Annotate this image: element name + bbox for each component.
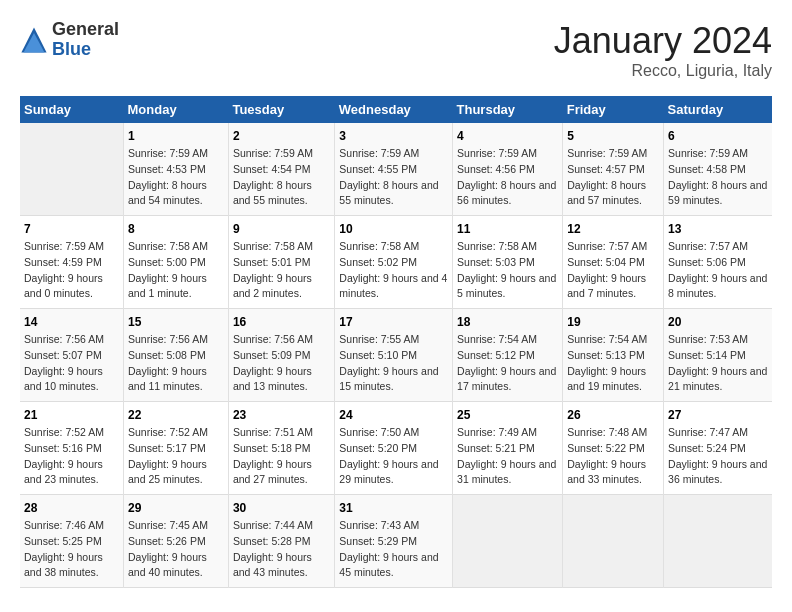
day-info: Sunrise: 7:43 AMSunset: 5:29 PMDaylight:…	[339, 518, 448, 581]
logo-text: General Blue	[52, 20, 119, 60]
day-number: 3	[339, 129, 448, 143]
calendar-cell: 25Sunrise: 7:49 AMSunset: 5:21 PMDayligh…	[453, 402, 563, 495]
week-row-1: 1Sunrise: 7:59 AMSunset: 4:53 PMDaylight…	[20, 123, 772, 216]
logo-icon	[20, 26, 48, 54]
day-info: Sunrise: 7:59 AMSunset: 4:55 PMDaylight:…	[339, 146, 448, 209]
column-header-friday: Friday	[563, 96, 664, 123]
day-number: 8	[128, 222, 224, 236]
calendar-cell: 10Sunrise: 7:58 AMSunset: 5:02 PMDayligh…	[335, 216, 453, 309]
calendar-cell: 2Sunrise: 7:59 AMSunset: 4:54 PMDaylight…	[228, 123, 334, 216]
logo-blue: Blue	[52, 40, 119, 60]
calendar-cell: 11Sunrise: 7:58 AMSunset: 5:03 PMDayligh…	[453, 216, 563, 309]
calendar-cell: 29Sunrise: 7:45 AMSunset: 5:26 PMDayligh…	[124, 495, 229, 588]
day-info: Sunrise: 7:56 AMSunset: 5:07 PMDaylight:…	[24, 332, 119, 395]
day-info: Sunrise: 7:45 AMSunset: 5:26 PMDaylight:…	[128, 518, 224, 581]
day-info: Sunrise: 7:53 AMSunset: 5:14 PMDaylight:…	[668, 332, 768, 395]
column-header-thursday: Thursday	[453, 96, 563, 123]
column-header-wednesday: Wednesday	[335, 96, 453, 123]
week-row-2: 7Sunrise: 7:59 AMSunset: 4:59 PMDaylight…	[20, 216, 772, 309]
day-number: 20	[668, 315, 768, 329]
header-row: SundayMondayTuesdayWednesdayThursdayFrid…	[20, 96, 772, 123]
day-number: 14	[24, 315, 119, 329]
day-info: Sunrise: 7:51 AMSunset: 5:18 PMDaylight:…	[233, 425, 330, 488]
calendar-cell: 26Sunrise: 7:48 AMSunset: 5:22 PMDayligh…	[563, 402, 664, 495]
calendar-cell: 21Sunrise: 7:52 AMSunset: 5:16 PMDayligh…	[20, 402, 124, 495]
day-info: Sunrise: 7:56 AMSunset: 5:08 PMDaylight:…	[128, 332, 224, 395]
day-number: 1	[128, 129, 224, 143]
calendar-cell	[453, 495, 563, 588]
day-info: Sunrise: 7:46 AMSunset: 5:25 PMDaylight:…	[24, 518, 119, 581]
day-number: 29	[128, 501, 224, 515]
day-number: 16	[233, 315, 330, 329]
day-number: 13	[668, 222, 768, 236]
calendar-table: SundayMondayTuesdayWednesdayThursdayFrid…	[20, 96, 772, 588]
day-info: Sunrise: 7:59 AMSunset: 4:54 PMDaylight:…	[233, 146, 330, 209]
day-info: Sunrise: 7:59 AMSunset: 4:58 PMDaylight:…	[668, 146, 768, 209]
day-number: 11	[457, 222, 558, 236]
day-info: Sunrise: 7:54 AMSunset: 5:12 PMDaylight:…	[457, 332, 558, 395]
title-section: January 2024 Recco, Liguria, Italy	[554, 20, 772, 80]
day-number: 2	[233, 129, 330, 143]
day-number: 4	[457, 129, 558, 143]
day-info: Sunrise: 7:44 AMSunset: 5:28 PMDaylight:…	[233, 518, 330, 581]
calendar-cell: 16Sunrise: 7:56 AMSunset: 5:09 PMDayligh…	[228, 309, 334, 402]
calendar-cell: 13Sunrise: 7:57 AMSunset: 5:06 PMDayligh…	[664, 216, 772, 309]
day-number: 31	[339, 501, 448, 515]
calendar-cell: 20Sunrise: 7:53 AMSunset: 5:14 PMDayligh…	[664, 309, 772, 402]
week-row-4: 21Sunrise: 7:52 AMSunset: 5:16 PMDayligh…	[20, 402, 772, 495]
day-info: Sunrise: 7:57 AMSunset: 5:04 PMDaylight:…	[567, 239, 659, 302]
column-header-tuesday: Tuesday	[228, 96, 334, 123]
day-number: 12	[567, 222, 659, 236]
day-info: Sunrise: 7:50 AMSunset: 5:20 PMDaylight:…	[339, 425, 448, 488]
calendar-cell: 19Sunrise: 7:54 AMSunset: 5:13 PMDayligh…	[563, 309, 664, 402]
day-number: 9	[233, 222, 330, 236]
day-info: Sunrise: 7:59 AMSunset: 4:53 PMDaylight:…	[128, 146, 224, 209]
calendar-cell: 4Sunrise: 7:59 AMSunset: 4:56 PMDaylight…	[453, 123, 563, 216]
week-row-3: 14Sunrise: 7:56 AMSunset: 5:07 PMDayligh…	[20, 309, 772, 402]
day-info: Sunrise: 7:59 AMSunset: 4:57 PMDaylight:…	[567, 146, 659, 209]
calendar-cell: 7Sunrise: 7:59 AMSunset: 4:59 PMDaylight…	[20, 216, 124, 309]
day-info: Sunrise: 7:52 AMSunset: 5:17 PMDaylight:…	[128, 425, 224, 488]
calendar-cell: 3Sunrise: 7:59 AMSunset: 4:55 PMDaylight…	[335, 123, 453, 216]
day-info: Sunrise: 7:58 AMSunset: 5:00 PMDaylight:…	[128, 239, 224, 302]
day-info: Sunrise: 7:54 AMSunset: 5:13 PMDaylight:…	[567, 332, 659, 395]
day-number: 10	[339, 222, 448, 236]
calendar-cell: 23Sunrise: 7:51 AMSunset: 5:18 PMDayligh…	[228, 402, 334, 495]
calendar-cell: 24Sunrise: 7:50 AMSunset: 5:20 PMDayligh…	[335, 402, 453, 495]
calendar-cell: 17Sunrise: 7:55 AMSunset: 5:10 PMDayligh…	[335, 309, 453, 402]
logo: General Blue	[20, 20, 119, 60]
calendar-cell: 18Sunrise: 7:54 AMSunset: 5:12 PMDayligh…	[453, 309, 563, 402]
day-number: 21	[24, 408, 119, 422]
calendar-cell: 5Sunrise: 7:59 AMSunset: 4:57 PMDaylight…	[563, 123, 664, 216]
calendar-cell: 15Sunrise: 7:56 AMSunset: 5:08 PMDayligh…	[124, 309, 229, 402]
calendar-cell: 30Sunrise: 7:44 AMSunset: 5:28 PMDayligh…	[228, 495, 334, 588]
calendar-cell	[563, 495, 664, 588]
day-info: Sunrise: 7:57 AMSunset: 5:06 PMDaylight:…	[668, 239, 768, 302]
day-info: Sunrise: 7:58 AMSunset: 5:03 PMDaylight:…	[457, 239, 558, 302]
week-row-5: 28Sunrise: 7:46 AMSunset: 5:25 PMDayligh…	[20, 495, 772, 588]
day-number: 27	[668, 408, 768, 422]
day-info: Sunrise: 7:59 AMSunset: 4:59 PMDaylight:…	[24, 239, 119, 302]
day-number: 28	[24, 501, 119, 515]
calendar-cell: 14Sunrise: 7:56 AMSunset: 5:07 PMDayligh…	[20, 309, 124, 402]
day-number: 26	[567, 408, 659, 422]
day-number: 17	[339, 315, 448, 329]
day-number: 22	[128, 408, 224, 422]
day-number: 25	[457, 408, 558, 422]
calendar-cell: 8Sunrise: 7:58 AMSunset: 5:00 PMDaylight…	[124, 216, 229, 309]
day-info: Sunrise: 7:58 AMSunset: 5:01 PMDaylight:…	[233, 239, 330, 302]
day-number: 6	[668, 129, 768, 143]
page-header: General Blue January 2024 Recco, Liguria…	[20, 20, 772, 80]
calendar-cell: 6Sunrise: 7:59 AMSunset: 4:58 PMDaylight…	[664, 123, 772, 216]
day-info: Sunrise: 7:47 AMSunset: 5:24 PMDaylight:…	[668, 425, 768, 488]
day-info: Sunrise: 7:58 AMSunset: 5:02 PMDaylight:…	[339, 239, 448, 302]
day-number: 15	[128, 315, 224, 329]
day-number: 30	[233, 501, 330, 515]
calendar-cell: 28Sunrise: 7:46 AMSunset: 5:25 PMDayligh…	[20, 495, 124, 588]
day-number: 23	[233, 408, 330, 422]
calendar-cell: 1Sunrise: 7:59 AMSunset: 4:53 PMDaylight…	[124, 123, 229, 216]
day-info: Sunrise: 7:55 AMSunset: 5:10 PMDaylight:…	[339, 332, 448, 395]
day-number: 5	[567, 129, 659, 143]
day-number: 18	[457, 315, 558, 329]
day-info: Sunrise: 7:49 AMSunset: 5:21 PMDaylight:…	[457, 425, 558, 488]
